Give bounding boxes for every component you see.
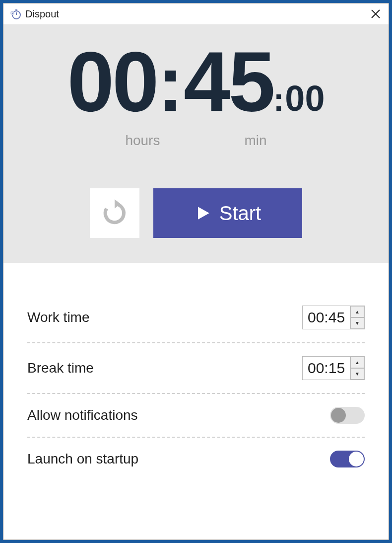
start-button[interactable]: Start	[153, 188, 302, 238]
label-min: min	[244, 133, 266, 149]
setting-notifications: Allow notifications	[27, 394, 365, 438]
label-hours: hours	[125, 133, 160, 149]
setting-startup: Launch on startup	[27, 438, 365, 480]
break-time-down[interactable]: ▼	[350, 368, 364, 380]
controls: Start	[90, 188, 302, 238]
setting-break-time: Break time ▲ ▼	[27, 343, 365, 394]
work-time-down[interactable]: ▼	[350, 317, 364, 329]
break-time-spinner[interactable]: ▲ ▼	[302, 356, 365, 380]
break-time-input[interactable]	[303, 357, 350, 380]
timer-seconds: 00	[285, 80, 325, 116]
timer-hours: 00	[67, 39, 157, 124]
close-button[interactable]	[369, 7, 383, 21]
break-time-stepper: ▲ ▼	[350, 357, 364, 380]
timer-labels: hours min	[125, 133, 266, 149]
reset-button[interactable]	[90, 188, 139, 238]
app-title: Dispout	[25, 8, 59, 20]
work-time-label: Work time	[27, 310, 90, 325]
work-time-stepper: ▲ ▼	[350, 306, 364, 329]
titlebar-left: Dispout	[9, 8, 59, 20]
close-icon	[371, 9, 381, 19]
toggle-knob	[331, 408, 346, 423]
timer-colon-1: :	[157, 44, 184, 123]
startup-label: Launch on startup	[27, 451, 138, 467]
work-time-input[interactable]	[303, 306, 350, 329]
app-icon	[9, 8, 21, 20]
startup-toggle[interactable]	[330, 451, 365, 467]
start-label: Start	[219, 202, 261, 225]
settings-panel: Work time ▲ ▼ Break time ▲ ▼ Allow notif…	[3, 263, 389, 540]
notifications-toggle[interactable]	[330, 407, 365, 424]
work-time-spinner[interactable]: ▲ ▼	[302, 306, 365, 329]
setting-work-time: Work time ▲ ▼	[27, 293, 365, 343]
work-time-up[interactable]: ▲	[350, 306, 364, 317]
break-time-up[interactable]: ▲	[350, 357, 364, 368]
titlebar: Dispout	[3, 3, 389, 24]
reset-icon	[101, 199, 129, 227]
break-time-label: Break time	[27, 360, 94, 376]
timer-display: 00 : 45 : 00	[67, 39, 325, 124]
play-icon	[195, 205, 211, 222]
notifications-label: Allow notifications	[27, 407, 138, 423]
timer-colon-2: :	[273, 84, 284, 116]
timer-area: 00 : 45 : 00 hours min Start	[3, 24, 389, 263]
timer-minutes: 45	[184, 39, 273, 124]
app-window: Dispout 00 : 45 : 00 hours min Start	[3, 3, 389, 540]
toggle-knob	[349, 452, 364, 466]
